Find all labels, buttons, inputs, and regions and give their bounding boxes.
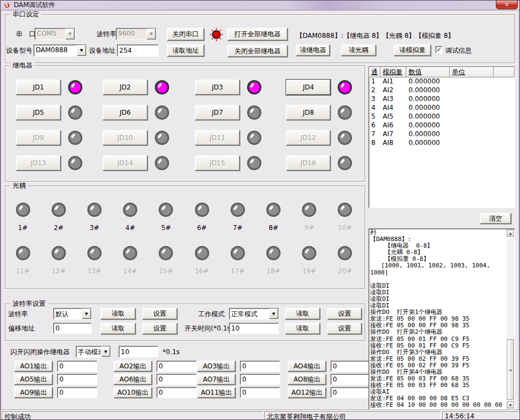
offset-address-field[interactable]	[53, 323, 92, 334]
offset-set-button[interactable]: 设置	[142, 323, 177, 334]
close-icon[interactable]: ✕	[496, 1, 518, 9]
output-button[interactable]: AO5输出	[14, 374, 53, 385]
title-bar[interactable]: DAM调试软件 ✕	[1, 1, 520, 10]
port-select[interactable]: COM5 ▼	[35, 28, 75, 40]
relay-button[interactable]: JD5	[16, 105, 61, 120]
read-analog-button[interactable]: 读模拟量	[394, 44, 431, 56]
switch-time-read-button[interactable]: 读取	[285, 323, 320, 334]
relay-button[interactable]: JD4	[286, 80, 331, 95]
relay-button[interactable]: JD2	[103, 80, 148, 95]
relay-button[interactable]: JD7	[195, 105, 240, 120]
relay-button[interactable]: JD13	[16, 155, 61, 171]
relay-button[interactable]: JD12	[286, 130, 331, 145]
table-row[interactable]: 7 AI7 0.000000	[369, 130, 515, 139]
offset-read-button[interactable]: 读取	[100, 323, 136, 334]
table-row[interactable]: 2 AI2 0.000000	[369, 86, 515, 95]
output-button[interactable]: AO7输出	[197, 374, 236, 385]
chevron-down-icon[interactable]: ▼	[147, 29, 156, 40]
output-button[interactable]: AO10输出	[114, 387, 152, 398]
relay-button[interactable]: JD14	[103, 155, 148, 171]
relay-button[interactable]: JD3	[195, 80, 240, 95]
col-header-value[interactable]: 数值	[406, 67, 450, 77]
output-button[interactable]: AO12输出	[288, 387, 326, 398]
output-button[interactable]: AO1输出	[14, 361, 53, 372]
read-address-button[interactable]: 读取地址	[167, 44, 204, 57]
workmode-select[interactable]: 正常模式 ▼	[229, 308, 279, 320]
flash-mode-select[interactable]: 手动模式 ▼	[76, 346, 111, 357]
output-value-field[interactable]	[57, 387, 97, 398]
cell-analog-name: AI3	[381, 95, 406, 104]
output-value-field[interactable]	[240, 374, 280, 385]
output-value-field[interactable]	[240, 361, 280, 372]
chevron-down-icon[interactable]: ▼	[101, 346, 110, 357]
switch-time-field[interactable]	[229, 323, 279, 334]
chevron-down-icon[interactable]: ▼	[82, 309, 91, 319]
clear-log-button[interactable]: 清空	[480, 213, 511, 224]
table-row[interactable]: 8 AI8 0.000000	[369, 139, 515, 148]
output-button[interactable]: AO4输出	[288, 361, 326, 372]
output-button[interactable]: AO9输出	[14, 387, 53, 398]
output-button[interactable]: AO3输出	[197, 361, 236, 372]
close-all-relays-button[interactable]: 关闭全部继电器	[227, 45, 288, 57]
output-value-field[interactable]	[57, 361, 97, 372]
read-relay-button[interactable]: 读继电器	[296, 44, 330, 56]
table-row[interactable]: 1 AI1 0.000000	[369, 77, 515, 86]
table-row[interactable]: 3 AI3 0.000000	[369, 95, 515, 104]
log-panel[interactable]: 列 【DAM0888】: 【继电器 0-8】 【光耦 0-8】 【模拟量 0-8…	[368, 228, 515, 410]
table-row[interactable]: 5 AI5 0.000000	[369, 113, 515, 121]
output-value-field[interactable]	[156, 387, 197, 398]
col-header-blank	[494, 67, 515, 77]
col-header-analog[interactable]: 模拟量	[381, 67, 406, 77]
output-value-field[interactable]	[331, 361, 371, 372]
scrollbar-thumb[interactable]: ▬	[507, 339, 514, 400]
baud-select[interactable]: 9600 ▼	[116, 28, 156, 40]
analog-table[interactable]: 通 模拟量 数值 单位 1 AI1 0.000000 2 AI2 0.00000…	[368, 66, 515, 208]
opto-cell: 16#	[184, 246, 220, 276]
flash-time-field[interactable]	[119, 346, 158, 357]
relay-button[interactable]: JD16	[286, 155, 331, 171]
open-all-relays-button[interactable]: 打开全部继电器	[227, 28, 288, 41]
baudrate-set-button[interactable]: 设置	[142, 308, 177, 320]
relay-button[interactable]: JD11	[195, 130, 240, 145]
opto-led-icon	[52, 203, 66, 217]
chevron-down-icon[interactable]: ▼	[65, 29, 75, 40]
model-select[interactable]: DAM0888 ▼	[33, 44, 87, 57]
output-button[interactable]: AO11输出	[197, 387, 236, 398]
output-value-field[interactable]	[331, 374, 371, 385]
output-button[interactable]: AO2输出	[114, 361, 152, 372]
output-button[interactable]: AO6输出	[114, 374, 152, 385]
workmode-set-button[interactable]: 设置	[327, 308, 362, 320]
relay-button[interactable]: JD1	[16, 80, 61, 95]
relay-button[interactable]: JD8	[286, 105, 331, 120]
output-value-field[interactable]	[156, 374, 197, 385]
table-row[interactable]: 4 AI4 0.000000	[369, 104, 515, 113]
switch-time-label: 开关时间(*0.1s)	[184, 324, 233, 333]
scroll-up-icon[interactable]: ▲	[507, 229, 514, 237]
log-output[interactable]: 列 【DAM0888】: 【继电器 0-8】 【光耦 0-8】 【模拟量 0-8…	[370, 229, 506, 408]
col-header-unit[interactable]: 单位	[450, 67, 494, 77]
close-port-button[interactable]: 关闭串口	[167, 28, 204, 41]
log-scrollbar[interactable]: ▲ ▬ ▼	[507, 229, 514, 408]
switch-time-set-button[interactable]: 设置	[327, 323, 362, 334]
output-button[interactable]: AO8输出	[288, 374, 326, 385]
chevron-down-icon[interactable]: ▼	[77, 45, 86, 56]
scroll-down-icon[interactable]: ▼	[507, 401, 514, 408]
output-value-field[interactable]	[331, 387, 371, 398]
output-value-field[interactable]	[156, 361, 197, 372]
output-value-field[interactable]	[240, 387, 280, 398]
col-header-channel[interactable]: 通	[369, 67, 381, 77]
relay-button[interactable]: JD6	[103, 105, 148, 120]
chevron-down-icon[interactable]: ▼	[269, 309, 278, 319]
baudrate-read-button[interactable]: 读取	[100, 308, 136, 320]
relay-button[interactable]: JD10	[103, 130, 148, 145]
workmode-read-button[interactable]: 读取	[285, 308, 320, 320]
output-value-field[interactable]	[57, 374, 97, 385]
debug-info-checkbox[interactable]: ✓	[435, 46, 443, 53]
cell-blank	[494, 95, 515, 104]
relay-button[interactable]: JD15	[195, 155, 240, 171]
relay-button[interactable]: JD9	[16, 130, 61, 145]
device-address-field[interactable]	[117, 44, 159, 57]
read-opto-button[interactable]: 读光耦	[341, 44, 376, 56]
baudrate-select[interactable]: 默认 ▼	[53, 308, 92, 320]
table-row[interactable]: 6 AI6 0.000000	[369, 121, 515, 130]
